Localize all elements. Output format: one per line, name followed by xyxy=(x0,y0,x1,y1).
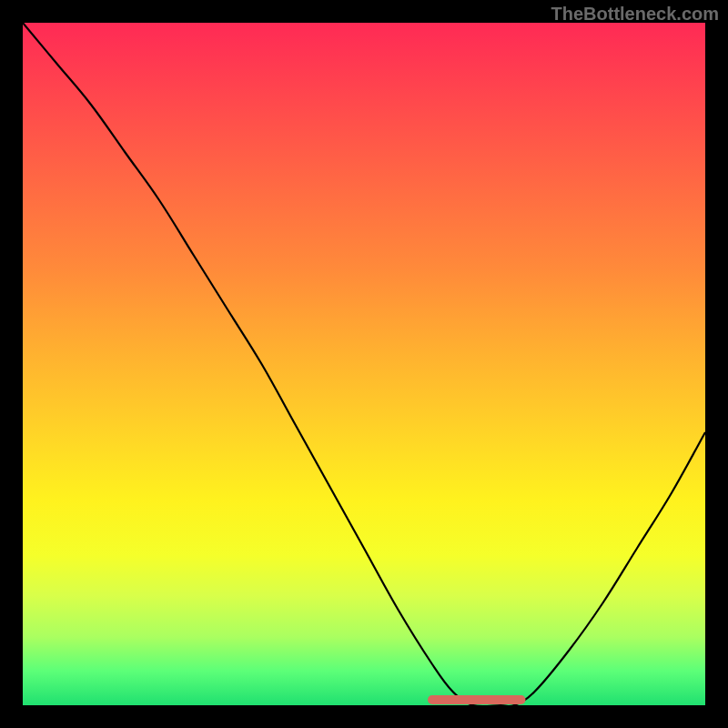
watermark-text: TheBottleneck.com xyxy=(551,4,719,25)
plot-gradient-area xyxy=(23,23,705,705)
chart-container: TheBottleneck.com xyxy=(0,0,728,728)
bottleneck-curve-svg xyxy=(23,23,705,705)
bottleneck-curve-line xyxy=(23,23,705,705)
